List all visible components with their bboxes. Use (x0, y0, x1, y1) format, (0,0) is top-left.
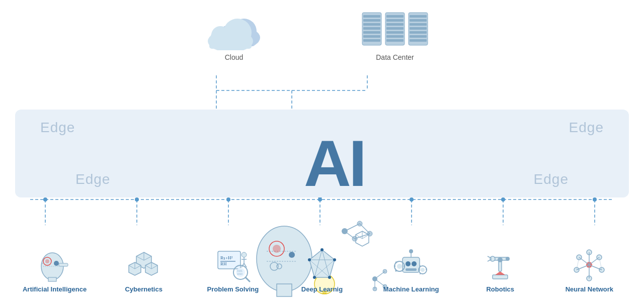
svg-point-135 (409, 249, 413, 253)
svg-rect-38 (386, 15, 404, 18)
svg-rect-85 (48, 277, 56, 281)
svg-rect-35 (363, 35, 380, 38)
svg-text:RH: RH (220, 261, 227, 266)
svg-text:1010: 1010 (237, 272, 243, 275)
bottom-label-problem-solving: Problem Solving (207, 285, 259, 293)
ai-head-icon (37, 247, 72, 282)
svg-point-143 (421, 268, 425, 272)
svg-line-66 (345, 224, 360, 231)
svg-point-88 (45, 259, 49, 263)
svg-rect-43 (386, 35, 404, 38)
svg-rect-47 (410, 19, 427, 22)
svg-point-126 (320, 248, 324, 251)
svg-point-133 (412, 261, 417, 266)
svg-point-132 (406, 261, 411, 266)
svg-rect-34 (363, 31, 380, 34)
svg-point-86 (54, 261, 59, 266)
edge-label-br: Edge (534, 171, 569, 187)
svg-point-12 (43, 197, 47, 202)
svg-point-157 (506, 257, 510, 261)
bottom-item-robotics: Robotics (462, 247, 538, 293)
svg-point-137 (397, 264, 402, 269)
gem-network-icon (304, 247, 340, 282)
svg-line-168 (589, 265, 602, 270)
datacenter-item: Data Center (357, 10, 433, 61)
edge-label-bl: Edge (75, 171, 110, 187)
bottom-item-cybernetics: Cybernetics (106, 247, 182, 293)
svg-point-14 (226, 197, 230, 202)
cloud-item: Cloud (201, 10, 267, 61)
svg-rect-33 (363, 27, 380, 30)
svg-rect-48 (410, 23, 427, 26)
svg-rect-36 (363, 39, 380, 42)
cloud-icon (201, 10, 267, 50)
formula-icon: R₁+H² RH 0101 1010 (215, 247, 251, 282)
edge-label-tr: Edge (569, 120, 604, 136)
svg-rect-146 (418, 269, 419, 270)
bottom-item-ai: Artificial Intelligence (17, 247, 93, 293)
svg-rect-145 (420, 273, 421, 274)
svg-rect-90 (59, 263, 68, 266)
svg-rect-141 (404, 265, 405, 267)
cloud-label: Cloud (225, 53, 244, 61)
svg-marker-118 (309, 250, 335, 277)
svg-point-16 (410, 197, 414, 202)
svg-point-130 (308, 258, 311, 261)
bottom-item-machine-learning: Machine Learning (373, 247, 449, 293)
svg-point-154 (490, 256, 495, 261)
svg-rect-140 (394, 265, 395, 267)
cloud-section: Cloud (0, 5, 644, 61)
bottom-item-problem-solving: R₁+H² RH 0101 1010 Problem Solving (195, 247, 271, 293)
bottom-label-cybernetics: Cybernetics (125, 285, 162, 293)
svg-point-128 (328, 276, 331, 279)
svg-rect-41 (386, 27, 404, 30)
svg-point-17 (501, 197, 505, 202)
svg-rect-50 (410, 31, 427, 34)
svg-rect-144 (420, 265, 421, 266)
svg-rect-28 (209, 39, 252, 49)
bottom-label-neural-network: Neural Network (566, 285, 613, 293)
svg-line-165 (579, 257, 589, 265)
svg-rect-32 (363, 23, 380, 26)
svg-text:R₁+H²: R₁+H² (220, 255, 233, 260)
svg-line-67 (345, 231, 355, 239)
ai-center: AI (234, 106, 410, 206)
bottom-label-ai: Artificial Intelligence (23, 285, 87, 293)
svg-point-18 (593, 197, 597, 202)
bottom-label-machine-learning: Machine Learning (383, 285, 439, 293)
svg-point-13 (135, 197, 139, 202)
cubes-icon (126, 247, 162, 282)
bottom-item-deep-learning: Deep Learnig (284, 247, 360, 293)
svg-line-166 (589, 257, 599, 265)
datacenter-icon (357, 10, 433, 50)
svg-line-167 (577, 265, 589, 270)
bottom-label-robotics: Robotics (486, 285, 514, 293)
edge-label-tl: Edge (40, 120, 75, 136)
svg-marker-150 (495, 271, 505, 275)
svg-rect-31 (363, 19, 380, 22)
svg-point-127 (333, 258, 336, 261)
bottom-label-deep-learning: Deep Learnig (301, 285, 343, 293)
svg-point-153 (498, 257, 503, 262)
svg-rect-49 (410, 27, 427, 30)
molecule-icon (572, 247, 607, 282)
svg-rect-39 (386, 19, 404, 22)
svg-rect-148 (406, 268, 417, 271)
bottom-row: Artificial Intelligence (0, 247, 644, 293)
svg-rect-30 (363, 15, 380, 18)
svg-point-129 (313, 276, 316, 279)
svg-point-113 (242, 252, 247, 257)
svg-rect-149 (493, 275, 508, 279)
svg-rect-40 (386, 23, 404, 26)
ai-main-text: AI (304, 126, 364, 201)
svg-rect-42 (386, 31, 404, 34)
robot-arm-icon (482, 247, 518, 282)
datacenter-label: Data Center (376, 53, 414, 61)
svg-rect-51 (410, 35, 427, 38)
svg-rect-46 (410, 15, 427, 18)
bottom-item-neural-network: Neural Network (551, 247, 627, 293)
gears-head-icon (393, 247, 429, 282)
svg-rect-147 (426, 269, 427, 270)
svg-rect-52 (410, 39, 427, 42)
svg-line-110 (246, 277, 250, 281)
